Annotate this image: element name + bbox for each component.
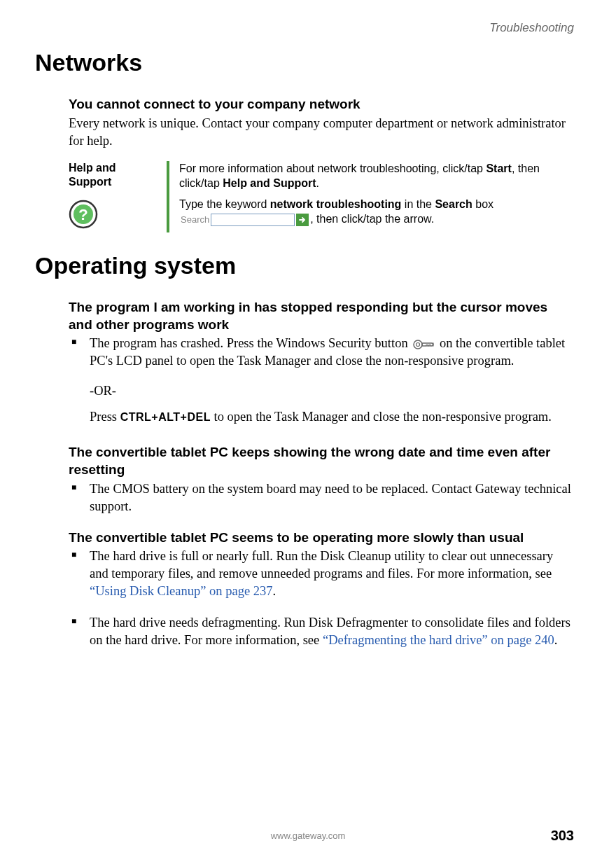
svg-point-4 [416,343,420,347]
help-line-1: For more information about network troub… [179,161,574,191]
search-widget: Search [181,214,309,226]
or-divider: -OR- [90,384,574,398]
keycap-ctrl-alt-del: CTRL+ALT+DEL [120,411,211,423]
help-text: box [472,198,493,210]
list-item: The hard drive needs defragmenting. Run … [69,614,574,649]
subheading-wrong-date: The convertible tablet PC keeps showing … [69,444,574,478]
key-icon [412,337,435,352]
alt-instruction: Press CTRL+ALT+DEL to open the Task Mana… [90,408,574,426]
bullet-list-3: The hard drive is full or nearly full. R… [69,548,574,649]
os-content: The program I am working in has stopped … [69,299,574,649]
search-label-gray: Search [181,214,209,226]
help-question-icon: ? [69,200,98,229]
help-box-left: Help and Support ? [69,161,167,232]
help-bold-hs: Help and Support [223,177,316,189]
list-text: . [554,633,558,647]
bullet-list-2: The CMOS battery on the system board may… [69,480,574,515]
alt-text: Press [90,410,120,424]
help-bold-keyword: network troubleshooting [270,198,402,210]
search-input-illustration [211,214,295,226]
xref-disk-cleanup[interactable]: “Using Disk Cleanup” on page 237 [90,584,273,598]
help-text: For more information about network troub… [179,162,486,174]
list-text: The program has crashed. Press the Windo… [90,336,411,350]
help-line-2: Type the keyword network troubleshooting… [179,197,574,227]
help-and-support-box: Help and Support ? For more information … [69,161,574,232]
help-label: Help and Support [69,161,158,190]
chapter-header: Troubleshooting [35,21,574,35]
list-item: The hard drive is full or nearly full. R… [69,548,574,600]
xref-defrag[interactable]: “Defragmenting the hard drive” on page 2… [323,633,554,647]
help-text: in the [401,198,435,210]
bullet-list-1: The program has crashed. Press the Windo… [69,335,574,370]
alt-text: to open the Task Manager and close the n… [211,410,552,424]
footer-url: www.gateway.com [271,830,346,841]
body-cannot-connect: Every network is unique. Contact your co… [69,115,574,150]
search-arrow-icon [296,214,309,226]
svg-text:?: ? [78,206,88,223]
help-text: Type the keyword [179,198,270,210]
page-footer: www.gateway.com 303 [0,830,616,841]
list-text: The hard drive is full or nearly full. R… [90,549,553,581]
help-box-right: For more information about network troub… [167,161,574,232]
svg-point-3 [414,340,422,349]
section-os-title: Operating system [35,252,574,279]
help-bold-start: Start [486,162,511,174]
help-text: , then click/tap the arrow. [310,213,434,225]
list-item: The program has crashed. Press the Windo… [69,335,574,370]
subheading-slow: The convertible tablet PC seems to be op… [69,529,574,547]
subheading-cannot-connect: You cannot connect to your company netwo… [69,96,574,113]
footer-page-number: 303 [551,828,574,844]
help-bold-search: Search [435,198,472,210]
subheading-program-stopped: The program I am working in has stopped … [69,299,574,333]
help-text: . [316,177,319,189]
networks-content: You cannot connect to your company netwo… [69,96,574,232]
section-networks-title: Networks [35,49,574,76]
list-item: The CMOS battery on the system board may… [69,480,574,515]
list-text: . [273,584,276,598]
